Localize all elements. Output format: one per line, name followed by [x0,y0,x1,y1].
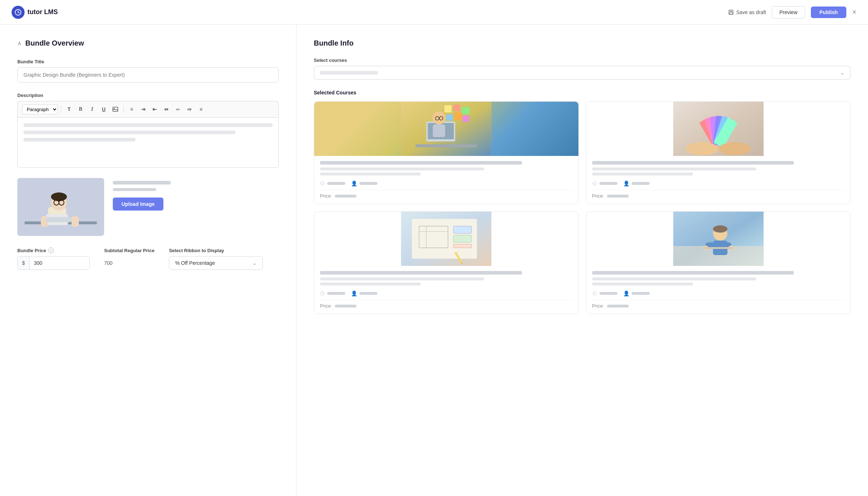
align-left-button[interactable]: ⇥ [138,104,148,114]
meta-person-3: 👤 [351,291,377,296]
paragraph-select[interactable]: Paragraph [22,105,58,114]
course-image-4 [586,212,851,266]
courses-chevron-down-icon: ⌄ [840,70,845,76]
bundle-price-label: Bundle Price i [17,247,90,253]
outdent-button[interactable]: ≡ [196,104,206,114]
bold-button[interactable]: T [64,104,74,114]
italic-button[interactable]: I [87,104,97,114]
bundle-title-input[interactable] [17,67,279,82]
ribbon-value: % Off Percentage [175,260,215,266]
logo-text: tutor LMS [27,8,58,16]
svg-rect-17 [46,217,72,222]
image-icon [112,107,118,112]
meta-person-line-1 [359,182,377,185]
save-icon [728,9,734,15]
meta-person-4: 👤 [623,291,650,296]
svg-point-55 [713,225,727,233]
description-section: Description Paragraph T B I U [17,93,279,168]
meta-time-line-1 [327,182,345,185]
svg-rect-49 [453,244,471,248]
ribbon-select[interactable]: % Off Percentage ⌄ [169,256,263,270]
subtotal-field: Subtotal Regular Price 700 [104,248,154,270]
section-header: ∧ Bundle Overview [17,39,279,47]
upload-line2 [113,188,156,191]
svg-rect-25 [462,115,469,122]
person-illustration [17,178,104,236]
svg-rect-24 [454,113,462,120]
person-icon-1: 👤 [351,181,357,186]
bold-b-button[interactable]: B [76,104,86,114]
upload-actions: Upload Image [113,178,171,211]
course-divider-1 [320,190,573,190]
course-divider-3 [320,300,573,300]
clock-icon-2: ⏲ [592,181,597,186]
course-1-illustration [314,102,578,156]
underline-button[interactable]: U [99,104,109,114]
price-placeholder-2 [607,195,629,198]
preview-person [17,178,104,236]
courses-grid: ⏲ 👤 Price: [314,101,851,314]
editor-line-3 [23,138,136,141]
person-icon-4: 👤 [623,291,629,296]
course-4-illustration [586,212,851,266]
meta-person-line-2 [632,182,650,185]
svg-rect-32 [415,144,477,147]
preview-label: Preview [779,9,798,15]
publish-label: Publish [820,9,838,15]
meta-time-4: ⏲ [592,291,617,296]
save-draft-button[interactable]: Save as draft [728,9,766,15]
ribbon-label: Select Ribbon to Display [169,248,263,253]
course-subtitle-line2-1 [320,173,421,175]
course-meta-1: ⏲ 👤 [320,181,573,186]
close-icon: × [852,8,856,16]
bundle-price-input[interactable] [30,257,90,270]
course-title-line-3 [320,271,522,275]
ribbon-field: Select Ribbon to Display % Off Percentag… [169,248,263,270]
course-subtitle-line-1 [320,168,484,170]
meta-time-line-4 [599,292,617,295]
align-center-button[interactable]: ⇔ [161,104,171,114]
editor-body[interactable] [17,117,279,168]
upload-image-button[interactable]: Upload Image [113,198,163,211]
price-label-2: Price: [592,193,604,199]
publish-button[interactable]: Publish [811,7,847,18]
collapse-icon[interactable]: ∧ [17,40,22,47]
course-card-body-1: ⏲ 👤 Price: [314,156,578,204]
price-placeholder-3 [335,305,356,308]
price-label-3: Price: [320,303,332,309]
price-placeholder-4 [607,305,629,308]
courses-dropdown[interactable]: ⌄ [314,66,851,80]
meta-person-2: 👤 [623,181,650,186]
description-label: Description [17,93,279,98]
info-icon[interactable]: i [48,247,54,253]
course-title-line-4 [592,271,794,275]
price-label-4: Price: [592,303,604,309]
clock-icon-1: ⏲ [320,181,325,186]
section-title: Bundle Overview [25,39,84,47]
indent-button[interactable]: ⇨ [184,104,194,114]
align-justify-button[interactable]: ═ [173,104,183,114]
course-meta-4: ⏲ 👤 [592,291,845,296]
preview-button[interactable]: Preview [772,6,805,18]
right-panel: Bundle Info Select courses ⌄ Selected Co… [296,25,868,496]
toolbar-separator2 [123,106,124,113]
image-button[interactable] [110,104,120,114]
price-row: Bundle Price i $ Subtotal Regular Price … [17,247,279,270]
svg-rect-20 [444,105,452,113]
editor-line-2 [23,131,235,134]
svg-point-41 [718,142,751,155]
clock-icon-4: ⏲ [592,291,597,296]
courses-dropdown-value [320,71,378,75]
svg-rect-3 [730,12,732,14]
bundle-price-field: Bundle Price i $ [17,247,90,270]
meta-time-line-2 [599,182,617,185]
course-card-body-4: ⏲ 👤 Price: [586,266,851,314]
course-subtitle-line2-2 [592,173,693,175]
list-button[interactable]: ≡ [127,104,137,114]
align-right-button[interactable]: ⇤ [150,104,160,114]
course-card-1: ⏲ 👤 Price: [314,101,579,204]
navbar-actions: Save as draft Preview Publish × [728,6,856,18]
course-meta-2: ⏲ 👤 [592,181,845,186]
course-image-1 [314,102,578,156]
close-button[interactable]: × [852,8,856,16]
